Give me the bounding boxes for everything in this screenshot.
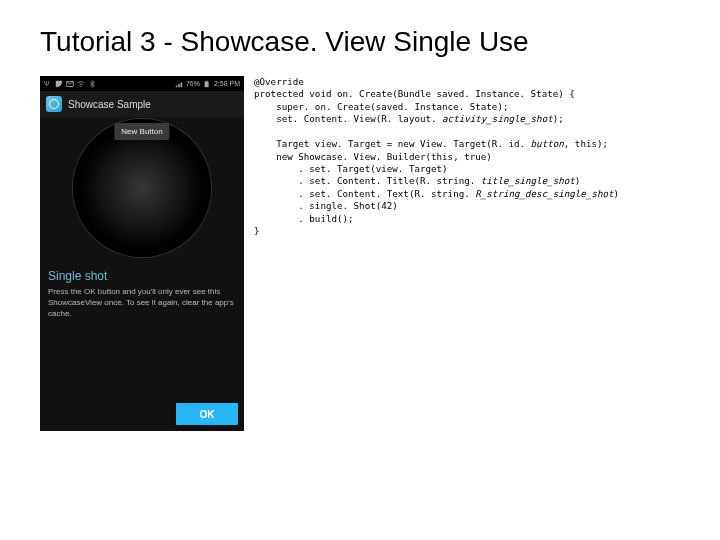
code-line: ) (575, 175, 581, 186)
app-icon (46, 96, 62, 112)
bluetooth-icon (88, 80, 96, 88)
new-button[interactable]: New Button (114, 123, 169, 140)
wifi-icon (77, 80, 85, 88)
code-line: new Showcase. View. Builder(this, true) (254, 151, 492, 162)
ok-button[interactable]: OK (176, 403, 238, 425)
code-ident: title_single_shot (481, 175, 575, 186)
code-line: . set. Content. Text(R. string. (254, 188, 475, 199)
code-ident: R_string_desc_single_shot (475, 188, 613, 199)
code-line: set. Content. View(R. layout. (254, 113, 442, 124)
mail-icon (66, 80, 74, 88)
app-bar: Showcase Sample (40, 91, 244, 117)
code-line: ); (553, 113, 564, 124)
phone-icon (55, 80, 63, 88)
overlay-title: Single shot (48, 269, 236, 283)
code-line: . set. Content. Title(R. string. (254, 175, 481, 186)
status-left: Ψ (44, 80, 96, 88)
svg-text:Ψ: Ψ (44, 80, 49, 87)
code-line: . set. Target(view. Target) (254, 163, 448, 174)
slide-title: Tutorial 3 - Showcase. View Single Use (0, 0, 720, 76)
status-right: 76% 2:58 PM (175, 80, 240, 88)
code-line: . build(); (254, 213, 354, 224)
code-ident: button (531, 138, 564, 149)
code-line: . single. Shot(42) (254, 200, 398, 211)
code-line: protected void on. Create(Bundle saved. … (254, 88, 575, 99)
code-line: } (254, 225, 260, 236)
battery-icon (203, 80, 211, 88)
code-block: @Override protected void on. Create(Bund… (254, 76, 619, 431)
svg-point-2 (80, 85, 81, 86)
clock-text: 2:58 PM (214, 80, 240, 87)
code-line: @Override (254, 76, 304, 87)
code-line: super. on. Create(saved. Instance. State… (254, 101, 508, 112)
screen-body: New Button Single shot Press the OK butt… (40, 117, 244, 431)
status-bar: Ψ 76% 2:58 PM (40, 76, 244, 91)
signal-icon (175, 80, 183, 88)
status-icon: Ψ (44, 80, 52, 88)
phone-screenshot: Ψ 76% 2:58 PM Showcase Sample New Button… (40, 76, 244, 431)
svg-rect-4 (205, 80, 207, 81)
code-line: , this); (564, 138, 608, 149)
svg-rect-3 (205, 81, 209, 87)
overlay-description: Press the OK button and you'll only ever… (48, 287, 236, 319)
code-ident: activity_single_shot (442, 113, 553, 124)
app-title: Showcase Sample (68, 99, 151, 110)
content-row: Ψ 76% 2:58 PM Showcase Sample New Button… (0, 76, 720, 431)
overlay-text: Single shot Press the OK button and you'… (48, 269, 236, 319)
code-line: ) (614, 188, 620, 199)
code-line: Target view. Target = new View. Target(R… (254, 138, 531, 149)
battery-text: 76% (186, 80, 200, 87)
